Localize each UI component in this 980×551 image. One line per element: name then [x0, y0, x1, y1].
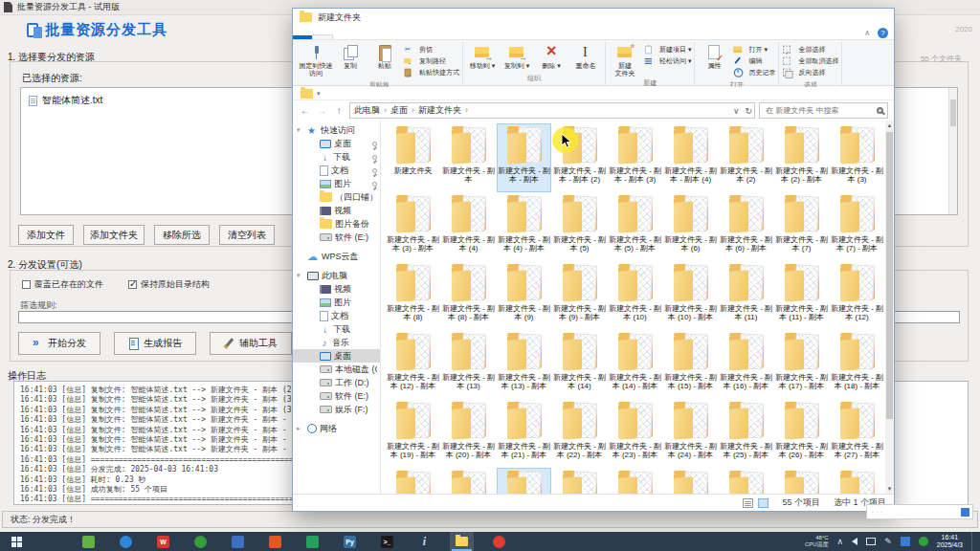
folder-item[interactable] [663, 468, 718, 494]
tree-chevron-icon[interactable]: ▾ [297, 272, 304, 279]
ime-icon[interactable] [961, 508, 969, 517]
nav-item[interactable]: 桌面 [293, 349, 380, 363]
folder-item[interactable]: 新建文件夹 - 副本 (4) [441, 192, 496, 261]
nav-item[interactable]: 下载 [293, 322, 380, 336]
listbox-scrollbar[interactable] [948, 88, 957, 214]
nav-item[interactable]: 音乐 [293, 336, 380, 349]
ribbon-tab[interactable] [293, 35, 312, 39]
taskbar-icon-terminal[interactable]: >_ [375, 532, 399, 551]
ribbon-button[interactable]: 新建项目 ▾ [643, 44, 691, 55]
folder-item[interactable]: 新建文件夹 - 副本 (27) - 副本 [830, 399, 884, 468]
ribbon-button[interactable]: 粘贴 [368, 42, 402, 70]
folder-item[interactable]: 新建文件夹 - 副本 (5) [552, 192, 607, 261]
ribbon-button[interactable]: 全部选择 [782, 44, 838, 55]
taskbar-icon-app-green-square[interactable] [301, 532, 324, 551]
ribbon-button[interactable]: 新建 文件夹 [608, 42, 642, 77]
hidden-icons-chevron[interactable]: ∧ [837, 537, 844, 546]
up-button[interactable]: ↑ [332, 105, 345, 116]
volume-icon[interactable] [852, 538, 858, 545]
nav-item[interactable]: 软件 (E:) [293, 389, 380, 403]
window-control-button[interactable] [865, 9, 894, 26]
folder-item[interactable]: 新建文件夹 - 副本 (2) [719, 123, 773, 192]
search-input[interactable] [764, 105, 873, 116]
window-control-button[interactable] [836, 9, 865, 26]
scrollbar-thumb[interactable] [886, 132, 893, 419]
ribbon-button[interactable]: 删除 ▾ [534, 42, 568, 70]
main-action-button[interactable]: 辅助工具 [210, 332, 292, 355]
taskbar-icon-wps[interactable]: W [151, 532, 175, 551]
folder-item[interactable]: 新建文件夹 - 副本 (7) - 副本 [830, 192, 884, 261]
nav-item[interactable]: 下载 [293, 150, 380, 164]
folder-item[interactable]: 新建文件夹 - 副本 (18) - 副本 [830, 330, 884, 399]
folder-item[interactable] [441, 468, 496, 494]
folder-item[interactable]: 新建文件夹 - 副本 (10) - 副本 [663, 261, 718, 330]
folder-item[interactable]: 新建文件夹 - 副本 (16) - 副本 [719, 330, 773, 399]
pen-icon[interactable]: ✎ [884, 537, 892, 546]
back-button[interactable]: ← [299, 105, 312, 116]
refresh-icon[interactable]: ↻ [745, 106, 752, 116]
folder-item[interactable]: 新建文件夹 - 副本 (25) - 副本 [719, 399, 773, 468]
ribbon-button[interactable]: 复制路径 [403, 55, 459, 66]
ime-tray-icon[interactable] [901, 537, 910, 546]
nav-item[interactable]: 桌面 [293, 137, 380, 150]
folder-item[interactable]: 新建文件夹 - 副本 (14) [552, 330, 607, 399]
folder-item[interactable]: 新建文件夹 - 副本 (13) [441, 330, 496, 399]
explorer-scrollbar[interactable]: ▲ ▼ [885, 121, 894, 494]
ribbon-button[interactable]: 轻松访问 ▾ [643, 55, 691, 66]
show-desktop-button[interactable] [971, 532, 976, 551]
folder-item[interactable] [608, 468, 662, 494]
nav-item[interactable]: 图片 [293, 296, 380, 309]
nav-item[interactable]: 本地磁盘 (C:) [293, 363, 380, 376]
folder-item[interactable] [830, 468, 884, 494]
folder-item[interactable]: 新建文件夹 - 副本 (3) [830, 123, 884, 192]
folder-item[interactable]: 新建文件夹 - 副本 (11) - 副本 [774, 261, 829, 330]
forward-button[interactable]: → [316, 105, 329, 116]
nav-item[interactable]: 文档 [293, 309, 380, 322]
start-button[interactable] [0, 532, 33, 551]
folder-item[interactable] [497, 468, 551, 494]
folder-item[interactable]: 新建文件夹 - 副本 (5) - 副本 [608, 192, 662, 261]
checkbox-box[interactable] [22, 280, 31, 289]
ribbon-button[interactable]: 粘贴快捷方式 [403, 67, 459, 77]
folder-item[interactable] [552, 468, 607, 494]
settings-checkbox[interactable]: 保持原始目录结构 [128, 278, 210, 291]
folder-item[interactable]: 新建文件夹 - 副本 (13) - 副本 [497, 330, 551, 399]
folder-item[interactable]: 新建文件夹 - 副本 (21) - 副本 [497, 399, 551, 468]
clock[interactable]: 16:41 2025/4/3 [937, 534, 963, 549]
nav-item[interactable]: 图片备份 [293, 217, 380, 231]
main-action-button[interactable]: 开始分发 [18, 332, 100, 355]
nav-item[interactable]: ▾ 快速访问 [293, 123, 380, 137]
folder-item[interactable] [386, 468, 440, 494]
folder-item[interactable]: 新建文件夹 [386, 123, 440, 192]
folder-item[interactable]: 新建文件夹 - 副本 (12) - 副本 [386, 330, 440, 399]
taskbar-icon-app-orange[interactable] [263, 532, 287, 551]
folder-item[interactable]: 新建文件夹 - 副本 (11) [719, 261, 773, 330]
window-control-button[interactable] [808, 9, 836, 26]
folder-item[interactable]: 新建文件夹 - 副本 (4) - 副本 [497, 192, 551, 261]
folder-item[interactable]: 新建文件夹 - 副本 (6) [663, 192, 718, 261]
nav-item[interactable]: （四口铺）工程资料 [293, 190, 380, 204]
taskbar-icon-app-red-dot[interactable] [487, 532, 511, 551]
ribbon-tab[interactable] [352, 35, 371, 39]
ribbon-tab[interactable] [312, 34, 333, 39]
taskbar-icon-app-blue[interactable] [226, 532, 250, 551]
network-icon[interactable] [866, 538, 876, 545]
folder-item[interactable]: 新建文件夹 - 副本 (10) [608, 261, 662, 330]
scroll-down-icon[interactable]: ▼ [885, 484, 894, 494]
nav-item[interactable]: 文档 [293, 164, 380, 177]
folder-item[interactable]: 新建文件夹 - 副本 (23) - 副本 [608, 399, 662, 468]
settings-checkbox[interactable]: 覆盖已存在的文件 [22, 278, 103, 291]
nav-item[interactable]: 娱乐 (F:) [293, 403, 380, 416]
resource-action-button[interactable]: 添加文件 [18, 225, 74, 245]
folder-item[interactable]: 新建文件夹 - 副本 (3) - 副本 [386, 192, 440, 261]
collapse-ribbon-icon[interactable]: ∧ [864, 29, 870, 37]
folder-item[interactable]: 新建文件夹 - 副本 (12) [830, 261, 884, 330]
resource-action-button[interactable]: 移除所选 [154, 225, 210, 245]
folder-item[interactable]: 新建文件夹 - 副本 (20) - 副本 [441, 399, 496, 468]
navigation-pane[interactable]: ▾ 快速访问 桌面 下载 [293, 121, 381, 494]
ribbon-button[interactable]: 反向选择 [782, 67, 838, 77]
explorer-titlebar[interactable]: 新建文件夹 [293, 9, 894, 26]
checkbox-box[interactable] [128, 280, 137, 289]
nav-item[interactable]: 工作 (D:) [293, 376, 380, 389]
taskbar-icon-app-italic-i[interactable]: i [412, 532, 436, 551]
